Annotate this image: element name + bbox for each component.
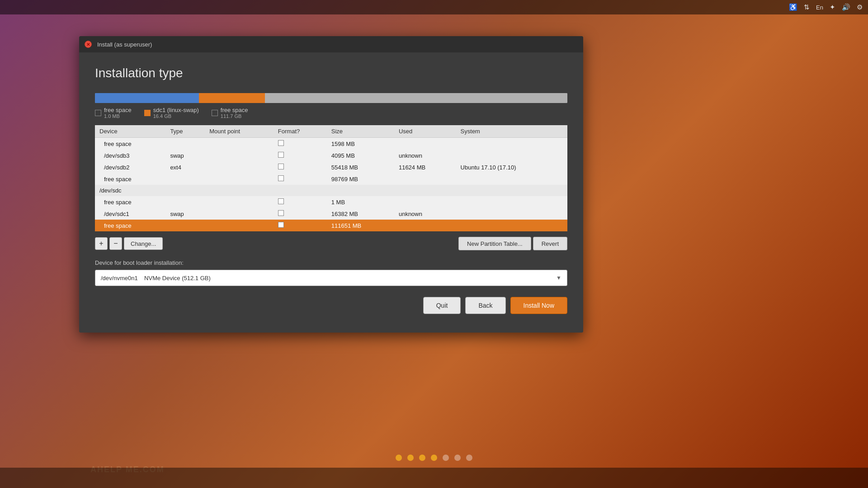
partition-table: Device Type Mount point Format? Size Use… xyxy=(95,125,567,231)
col-used: Used xyxy=(394,125,456,138)
legend-label-1: free space xyxy=(104,107,132,113)
change-partition-button[interactable]: Change... xyxy=(124,237,163,250)
progress-dots xyxy=(396,455,472,461)
table-row[interactable]: /dev/sdc1swap16382 MBunknown xyxy=(95,208,567,220)
volume-icon[interactable]: 🔊 xyxy=(842,3,850,11)
col-system: System xyxy=(456,125,567,138)
partition-bar-container: free space 1.0 MB sdc1 (linux-swap) 16.4… xyxy=(95,93,567,119)
legend-sub-2: 111.7 GB xyxy=(221,113,248,119)
format-checkbox[interactable] xyxy=(278,164,284,169)
dot-2 xyxy=(407,455,414,461)
dot-5 xyxy=(443,455,449,461)
legend-swatch-sdc1 xyxy=(144,110,151,116)
legend-sdc1: sdc1 (linux-swap) 16.4 GB xyxy=(144,107,199,119)
format-checkbox[interactable] xyxy=(278,152,284,158)
table-row[interactable]: free space98769 MB xyxy=(95,173,567,185)
col-device: Device xyxy=(95,125,165,138)
quit-button[interactable]: Quit xyxy=(423,297,461,314)
partition-segment-blue xyxy=(95,93,199,103)
partition-segment-orange xyxy=(199,93,265,103)
col-size: Size xyxy=(327,125,394,138)
installer-window: ✕ Install (as superuser) Installation ty… xyxy=(79,36,583,333)
bottom-bar xyxy=(0,468,868,488)
col-format: Format? xyxy=(274,125,327,138)
partition-segment-gray xyxy=(265,93,567,103)
dot-7 xyxy=(466,455,472,461)
network-icon[interactable]: ⇅ xyxy=(804,3,810,11)
table-row[interactable]: /dev/sdb3swap4095 MBunknown xyxy=(95,150,567,161)
format-checkbox[interactable] xyxy=(278,222,284,228)
legend-free-space-1: free space 1.0 MB xyxy=(95,107,132,119)
format-checkbox[interactable] xyxy=(278,210,284,216)
legend-sub-sdc1: 16.4 GB xyxy=(153,113,199,119)
window-title: Install (as superuser) xyxy=(97,41,152,48)
keyboard-lang[interactable]: En xyxy=(816,4,823,11)
revert-button[interactable]: Revert xyxy=(533,237,567,250)
legend-free-space-2: free space 111.7 GB xyxy=(212,107,248,119)
dot-6 xyxy=(454,455,461,461)
table-row[interactable]: free space1 MB xyxy=(95,196,567,208)
dropdown-arrow-icon: ▼ xyxy=(556,275,561,281)
dot-4 xyxy=(431,455,437,461)
partition-bar xyxy=(95,93,567,103)
legend-sub-1: 1.0 MB xyxy=(104,113,132,119)
settings-icon[interactable]: ⚙ xyxy=(857,3,863,11)
dot-1 xyxy=(396,455,402,461)
table-row[interactable]: free space1598 MB xyxy=(95,138,567,150)
dot-3 xyxy=(419,455,425,461)
table-actions: + − Change... New Partition Table... Rev… xyxy=(95,237,567,250)
bluetooth-icon[interactable]: ✦ xyxy=(830,3,835,11)
table-row[interactable]: free space111651 MB xyxy=(95,220,567,231)
remove-partition-button[interactable]: − xyxy=(109,237,122,250)
format-checkbox[interactable] xyxy=(278,198,284,204)
page-title: Installation type xyxy=(95,66,567,80)
nav-buttons: Quit Back Install Now xyxy=(95,297,567,314)
partition-legend: free space 1.0 MB sdc1 (linux-swap) 16.4… xyxy=(95,107,567,119)
col-type: Type xyxy=(165,125,205,138)
bootloader-dropdown[interactable]: /dev/nvme0n1 NVMe Device (512.1 GB) ▼ xyxy=(95,270,567,286)
bootloader-device: /dev/nvme0n1 NVMe Device (512.1 GB) xyxy=(101,275,211,282)
add-partition-button[interactable]: + xyxy=(95,237,108,250)
table-row[interactable]: /dev/sdc xyxy=(95,185,567,196)
format-checkbox[interactable] xyxy=(278,140,284,146)
table-header-row: Device Type Mount point Format? Size Use… xyxy=(95,125,567,138)
legend-checkbox-2[interactable] xyxy=(212,110,218,116)
title-bar: ✕ Install (as superuser) xyxy=(79,36,583,52)
close-button[interactable]: ✕ xyxy=(85,41,92,48)
legend-label-sdc1: sdc1 (linux-swap) xyxy=(153,107,199,113)
bootloader-label: Device for boot loader installation: xyxy=(95,259,567,266)
format-checkbox[interactable] xyxy=(278,175,284,181)
legend-checkbox-1[interactable] xyxy=(95,110,101,116)
content-area: Installation type free space 1.0 MB xyxy=(79,52,583,333)
new-partition-table-button[interactable]: New Partition Table... xyxy=(458,237,531,250)
table-row[interactable]: /dev/sdb2ext455418 MB11624 MBUbuntu 17.1… xyxy=(95,161,567,173)
accessibility-icon[interactable]: ♿ xyxy=(789,3,797,11)
install-now-button[interactable]: Install Now xyxy=(510,297,567,314)
col-mountpoint: Mount point xyxy=(205,125,274,138)
topbar: ♿ ⇅ En ✦ 🔊 ⚙ xyxy=(0,0,868,14)
back-button[interactable]: Back xyxy=(465,297,505,314)
legend-label-2: free space xyxy=(221,107,248,113)
